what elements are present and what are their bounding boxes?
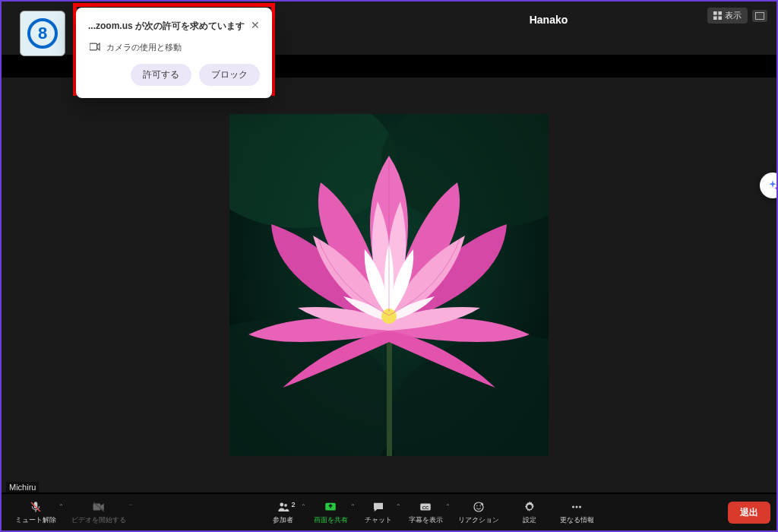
microphone-muted-icon: [29, 500, 43, 514]
more-label: 更なる情報: [560, 515, 594, 525]
chat-button[interactable]: ⌃ チャット: [356, 500, 401, 525]
svg-point-17: [280, 502, 283, 506]
leave-button[interactable]: 退出: [728, 502, 770, 524]
svg-point-24: [479, 505, 481, 506]
participant-main-name: Hanako: [530, 14, 568, 26]
smile-icon: [472, 500, 485, 514]
svg-point-25: [572, 505, 574, 508]
permission-dialog: ...zoom.us が次の許可を求めています ✕ カメラの使用と移動 許可する…: [76, 8, 272, 98]
more-button[interactable]: 更なる情報: [552, 500, 602, 525]
chevron-up-icon[interactable]: ⌃: [301, 503, 306, 510]
chevron-up-icon[interactable]: ⌃: [445, 503, 451, 510]
share-screen-icon: [324, 500, 337, 514]
view-button[interactable]: 表示: [707, 8, 748, 24]
svg-rect-3: [713, 16, 717, 20]
meeting-toolbar: ⌃ ミュート解除 ⌃ ビデオを開始する ⌃ 2 参加者 ⌃: [2, 494, 776, 530]
svg-text:CC: CC: [422, 505, 429, 509]
main-video-area: [2, 78, 776, 492]
cc-icon: CC: [419, 500, 432, 514]
allow-button[interactable]: 許可する: [131, 64, 191, 86]
chevron-up-icon[interactable]: ⌃: [396, 503, 401, 510]
share-label: 画面を共有: [314, 515, 348, 525]
participants-label: 参加者: [273, 515, 293, 525]
close-icon[interactable]: ✕: [251, 20, 260, 30]
chevron-up-icon[interactable]: ⌃: [128, 503, 134, 510]
block-button[interactable]: ブロック: [199, 64, 260, 86]
view-controls: 表示: [707, 8, 767, 24]
svg-rect-11: [387, 334, 392, 456]
step-badge: 8: [20, 11, 65, 56]
gear-icon: [523, 500, 536, 514]
mute-button[interactable]: ⌃ ミュート解除: [8, 500, 64, 525]
svg-rect-4: [718, 16, 722, 20]
svg-rect-6: [90, 43, 97, 50]
mute-label: ミュート解除: [15, 515, 56, 525]
participants-button[interactable]: ⌃ 2 参加者: [261, 500, 306, 525]
share-screen-button[interactable]: ⌃ 画面を共有: [306, 500, 356, 525]
svg-point-18: [284, 503, 287, 506]
chevron-up-icon[interactable]: ⌃: [350, 503, 356, 510]
settings-button[interactable]: 設定: [507, 500, 552, 525]
captions-button[interactable]: ⌃ CC 字幕を表示: [401, 500, 451, 525]
camera-icon: [90, 43, 100, 52]
camera-off-icon: [92, 500, 106, 514]
caption-label: 字幕を表示: [409, 515, 443, 525]
self-name-label: Michiru: [6, 482, 39, 492]
svg-rect-1: [713, 11, 717, 15]
chat-icon: [372, 500, 385, 514]
view-label: 表示: [725, 10, 742, 21]
participants-icon: [277, 500, 290, 514]
more-icon: [570, 500, 584, 514]
step-number: 8: [38, 24, 47, 43]
chevron-up-icon[interactable]: ⌃: [59, 503, 64, 510]
chat-label: チャット: [365, 515, 392, 525]
svg-point-23: [476, 505, 478, 506]
svg-point-27: [579, 505, 581, 508]
permission-title: ...zoom.us が次の許可を求めています: [88, 20, 245, 33]
reaction-label: リアクション: [458, 515, 499, 525]
svg-point-26: [576, 505, 578, 508]
video-label: ビデオを開始する: [71, 515, 126, 525]
svg-rect-5: [756, 12, 764, 19]
reactions-button[interactable]: リアクション: [451, 500, 507, 525]
fullscreen-button[interactable]: [752, 10, 767, 22]
video-button[interactable]: ⌃ ビデオを開始する: [64, 500, 134, 525]
settings-label: 設定: [523, 515, 536, 525]
permission-body: カメラの使用と移動: [106, 42, 182, 53]
video-avatar-image: [229, 114, 549, 456]
participants-count: 2: [291, 501, 295, 508]
svg-rect-2: [718, 11, 722, 15]
